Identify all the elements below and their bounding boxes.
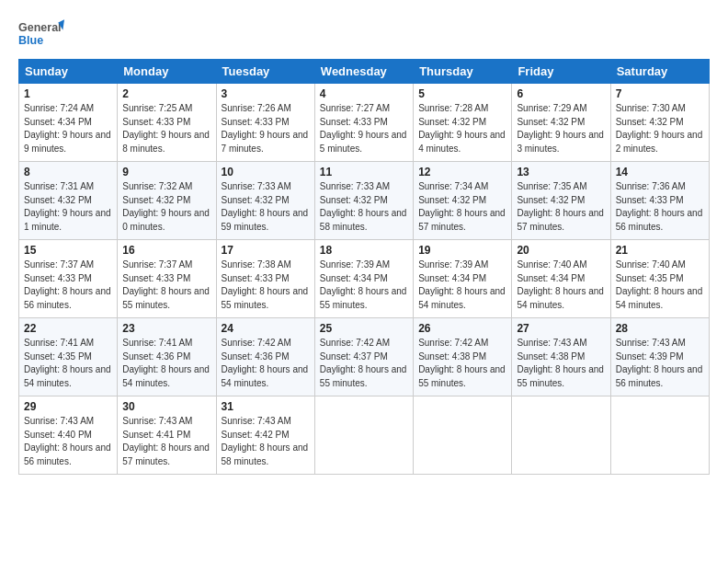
day-number: 23 xyxy=(122,322,210,335)
day-info: Sunrise: 7:33 AMSunset: 4:32 PMDaylight:… xyxy=(320,180,408,234)
day-info: Sunrise: 7:37 AMSunset: 4:33 PMDaylight:… xyxy=(122,259,210,312)
day-cell: 24Sunrise: 7:42 AMSunset: 4:36 PMDayligh… xyxy=(216,318,314,396)
day-number: 17 xyxy=(222,244,310,257)
day-cell: 13Sunrise: 7:35 AMSunset: 4:32 PMDayligh… xyxy=(512,162,610,240)
day-cell: 28Sunrise: 7:43 AMSunset: 4:39 PMDayligh… xyxy=(610,318,709,396)
header-row: SundayMondayTuesdayWednesdayThursdayFrid… xyxy=(19,60,710,84)
day-number: 31 xyxy=(222,400,310,413)
day-number: 1 xyxy=(24,87,112,100)
day-number: 8 xyxy=(24,166,112,178)
day-number: 11 xyxy=(320,166,408,178)
day-cell: 11Sunrise: 7:33 AMSunset: 4:32 PMDayligh… xyxy=(314,162,413,240)
day-number: 29 xyxy=(24,400,112,413)
day-number: 14 xyxy=(616,166,704,178)
logo: General Blue xyxy=(18,17,64,52)
day-cell: 6Sunrise: 7:29 AMSunset: 4:32 PMDaylight… xyxy=(512,84,610,162)
day-number: 24 xyxy=(222,322,310,335)
day-info: Sunrise: 7:42 AMSunset: 4:38 PMDaylight:… xyxy=(418,337,506,390)
page: General Blue SundayMondayTuesdayWednesda… xyxy=(0,0,728,563)
day-cell: 2Sunrise: 7:25 AMSunset: 4:33 PMDaylight… xyxy=(118,84,216,162)
day-info: Sunrise: 7:43 AMSunset: 4:41 PMDaylight:… xyxy=(122,415,210,468)
day-info: Sunrise: 7:41 AMSunset: 4:36 PMDaylight:… xyxy=(122,337,210,390)
day-cell: 31Sunrise: 7:43 AMSunset: 4:42 PMDayligh… xyxy=(216,396,314,475)
day-number: 30 xyxy=(122,400,210,413)
svg-text:General: General xyxy=(18,22,62,35)
day-info: Sunrise: 7:35 AMSunset: 4:32 PMDaylight:… xyxy=(517,180,605,234)
day-cell xyxy=(314,396,413,475)
day-cell: 15Sunrise: 7:37 AMSunset: 4:33 PMDayligh… xyxy=(19,240,118,318)
day-cell: 23Sunrise: 7:41 AMSunset: 4:36 PMDayligh… xyxy=(118,318,216,396)
day-cell: 20Sunrise: 7:40 AMSunset: 4:34 PMDayligh… xyxy=(512,240,610,318)
week-row-3: 15Sunrise: 7:37 AMSunset: 4:33 PMDayligh… xyxy=(19,240,710,318)
col-header-friday: Friday xyxy=(512,60,610,84)
day-cell: 7Sunrise: 7:30 AMSunset: 4:32 PMDaylight… xyxy=(610,84,709,162)
day-info: Sunrise: 7:24 AMSunset: 4:34 PMDaylight:… xyxy=(24,102,112,155)
day-info: Sunrise: 7:37 AMSunset: 4:33 PMDaylight:… xyxy=(24,259,112,312)
day-info: Sunrise: 7:32 AMSunset: 4:32 PMDaylight:… xyxy=(122,180,210,234)
day-info: Sunrise: 7:25 AMSunset: 4:33 PMDaylight:… xyxy=(122,102,210,155)
col-header-tuesday: Tuesday xyxy=(216,60,314,84)
day-number: 27 xyxy=(517,322,605,335)
logo-svg: General Blue xyxy=(18,17,64,52)
day-info: Sunrise: 7:38 AMSunset: 4:33 PMDaylight:… xyxy=(222,259,310,312)
day-number: 3 xyxy=(222,87,310,100)
week-row-5: 29Sunrise: 7:43 AMSunset: 4:40 PMDayligh… xyxy=(19,396,710,475)
day-cell: 1Sunrise: 7:24 AMSunset: 4:34 PMDaylight… xyxy=(19,84,118,162)
day-number: 4 xyxy=(320,87,408,100)
day-cell: 16Sunrise: 7:37 AMSunset: 4:33 PMDayligh… xyxy=(118,240,216,318)
col-header-sunday: Sunday xyxy=(19,60,118,84)
day-info: Sunrise: 7:40 AMSunset: 4:34 PMDaylight:… xyxy=(517,259,605,312)
day-cell: 17Sunrise: 7:38 AMSunset: 4:33 PMDayligh… xyxy=(216,240,314,318)
day-cell: 22Sunrise: 7:41 AMSunset: 4:35 PMDayligh… xyxy=(19,318,118,396)
week-row-4: 22Sunrise: 7:41 AMSunset: 4:35 PMDayligh… xyxy=(19,318,710,396)
col-header-wednesday: Wednesday xyxy=(314,60,413,84)
day-number: 15 xyxy=(24,244,112,257)
day-info: Sunrise: 7:29 AMSunset: 4:32 PMDaylight:… xyxy=(517,102,605,155)
day-cell: 30Sunrise: 7:43 AMSunset: 4:41 PMDayligh… xyxy=(118,396,216,475)
col-header-saturday: Saturday xyxy=(610,60,709,84)
col-header-monday: Monday xyxy=(118,60,216,84)
day-cell xyxy=(414,396,512,475)
header: General Blue xyxy=(18,17,710,52)
week-row-2: 8Sunrise: 7:31 AMSunset: 4:32 PMDaylight… xyxy=(19,162,710,240)
day-number: 12 xyxy=(418,166,506,178)
day-number: 26 xyxy=(418,322,506,335)
day-cell: 25Sunrise: 7:42 AMSunset: 4:37 PMDayligh… xyxy=(314,318,413,396)
day-number: 7 xyxy=(616,87,704,100)
day-info: Sunrise: 7:36 AMSunset: 4:33 PMDaylight:… xyxy=(616,180,704,234)
day-number: 18 xyxy=(320,244,408,257)
day-number: 25 xyxy=(320,322,408,335)
day-number: 9 xyxy=(122,166,210,178)
day-info: Sunrise: 7:39 AMSunset: 4:34 PMDaylight:… xyxy=(418,259,506,312)
day-number: 21 xyxy=(616,244,704,257)
day-info: Sunrise: 7:43 AMSunset: 4:42 PMDaylight:… xyxy=(222,415,310,468)
day-cell: 29Sunrise: 7:43 AMSunset: 4:40 PMDayligh… xyxy=(19,396,118,475)
svg-text:Blue: Blue xyxy=(18,34,43,47)
calendar-table: SundayMondayTuesdayWednesdayThursdayFrid… xyxy=(18,59,710,475)
day-number: 16 xyxy=(122,244,210,257)
day-info: Sunrise: 7:41 AMSunset: 4:35 PMDaylight:… xyxy=(24,337,112,390)
day-info: Sunrise: 7:34 AMSunset: 4:32 PMDaylight:… xyxy=(418,180,506,234)
day-number: 10 xyxy=(222,166,310,178)
day-info: Sunrise: 7:39 AMSunset: 4:34 PMDaylight:… xyxy=(320,259,408,312)
day-info: Sunrise: 7:27 AMSunset: 4:33 PMDaylight:… xyxy=(320,102,408,155)
day-cell: 9Sunrise: 7:32 AMSunset: 4:32 PMDaylight… xyxy=(118,162,216,240)
week-row-1: 1Sunrise: 7:24 AMSunset: 4:34 PMDaylight… xyxy=(19,84,710,162)
day-number: 28 xyxy=(616,322,704,335)
day-info: Sunrise: 7:28 AMSunset: 4:32 PMDaylight:… xyxy=(418,102,506,155)
day-cell: 4Sunrise: 7:27 AMSunset: 4:33 PMDaylight… xyxy=(314,84,413,162)
day-number: 2 xyxy=(122,87,210,100)
day-cell: 12Sunrise: 7:34 AMSunset: 4:32 PMDayligh… xyxy=(414,162,512,240)
day-number: 6 xyxy=(517,87,605,100)
day-cell xyxy=(610,396,709,475)
day-info: Sunrise: 7:30 AMSunset: 4:32 PMDaylight:… xyxy=(616,102,704,155)
day-number: 22 xyxy=(24,322,112,335)
day-cell: 8Sunrise: 7:31 AMSunset: 4:32 PMDaylight… xyxy=(19,162,118,240)
col-header-thursday: Thursday xyxy=(414,60,512,84)
day-info: Sunrise: 7:43 AMSunset: 4:40 PMDaylight:… xyxy=(24,415,112,468)
day-cell: 5Sunrise: 7:28 AMSunset: 4:32 PMDaylight… xyxy=(414,84,512,162)
day-cell: 10Sunrise: 7:33 AMSunset: 4:32 PMDayligh… xyxy=(216,162,314,240)
day-info: Sunrise: 7:42 AMSunset: 4:37 PMDaylight:… xyxy=(320,337,408,390)
day-number: 19 xyxy=(418,244,506,257)
day-cell: 18Sunrise: 7:39 AMSunset: 4:34 PMDayligh… xyxy=(314,240,413,318)
